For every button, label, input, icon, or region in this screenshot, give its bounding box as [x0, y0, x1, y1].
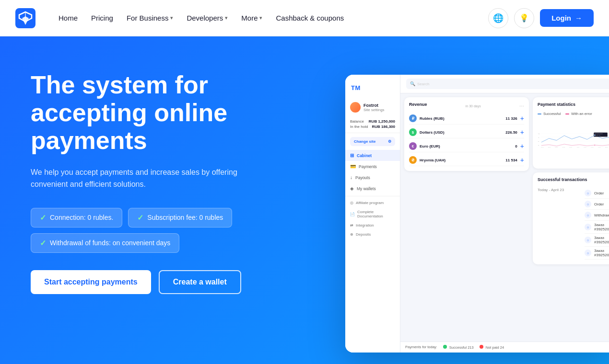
withdrawal-icon: ○	[585, 212, 591, 218]
svg-text:25: 25	[538, 145, 539, 146]
order-icon: ○	[585, 190, 591, 196]
revenue-card: Revenue in 30 days ⋯ ₽ Rubles (RUB)	[404, 97, 529, 171]
dashboard-right-panel: Payment statistics Successful With an er…	[533, 97, 609, 338]
check-icon: ✓	[40, 213, 46, 222]
dashboard-content: Revenue in 30 days ⋯ ₽ Rubles (RUB)	[400, 93, 609, 341]
wallet-row: € Euro (EUR) 0 +	[409, 140, 524, 152]
theme-toggle-button[interactable]: 💡	[514, 8, 534, 28]
svg-text:01:00: 01:00	[541, 147, 544, 148]
wallet-eur-icon: €	[409, 142, 417, 150]
sidebar-item-cabinet[interactable]: ⊞ Cabinet	[345, 150, 400, 161]
sidebar-logo: TM	[345, 80, 400, 99]
logo[interactable]	[15, 8, 35, 28]
transaction-row: ○ Заказ #3925209	[585, 247, 609, 260]
wallet-uah-info: Hryvnia (UAH)	[420, 158, 503, 162]
svg-text:17:00: 17:00	[598, 147, 601, 148]
revenue-title: Revenue	[409, 102, 427, 107]
nav-cashback[interactable]: Cashback & coupons	[270, 10, 350, 26]
chart-legend: Successful With an error	[538, 112, 609, 116]
svg-text:05:00: 05:00	[555, 147, 558, 148]
check-icon: ✓	[137, 213, 143, 222]
legend-dot	[565, 114, 569, 114]
dashboard-footer: Payments for today: Successful 213 Not p…	[400, 341, 609, 353]
sidebar-item-payouts[interactable]: ↓ Payouts	[345, 172, 400, 183]
start-accepting-button[interactable]: Start accepting payments	[31, 270, 151, 294]
svg-text:2020-06-28 18:00: 2020-06-28 18:00	[594, 133, 603, 134]
theme-icon: 💡	[519, 13, 529, 23]
order-icon: ○	[585, 237, 591, 243]
svg-text:07:00: 07:00	[562, 147, 565, 148]
nav-for-business[interactable]: For Business ▾	[121, 10, 179, 26]
chart-card: Payment statistics Successful With an er…	[533, 97, 609, 169]
globe-icon: 🌐	[493, 13, 504, 23]
nav-developers[interactable]: Developers ▾	[181, 10, 234, 26]
wallet-add-button[interactable]: +	[520, 128, 524, 136]
transaction-row: ○ Order	[585, 199, 609, 210]
transaction-row: ○ Order	[585, 188, 609, 199]
navbar-right: 🌐 💡 Login →	[488, 8, 594, 28]
sidebar-item-integration[interactable]: ⇄ Integration	[345, 221, 400, 230]
svg-text:18:00: 18:00	[605, 147, 608, 148]
sidebar-item-payments[interactable]: 💳 Payments	[345, 161, 400, 172]
dashboard-topbar: 🔍 Search	[400, 75, 609, 93]
search-icon: 🔍	[410, 81, 415, 86]
badge-withdrawal: ✓ Withdrawal of funds: on convenient day…	[31, 233, 179, 253]
order-icon: ○	[585, 250, 591, 256]
hero-title: The system for accepting online payments	[31, 71, 257, 155]
create-wallet-button[interactable]: Create a wallet	[159, 270, 241, 294]
transaction-row: ○ Заказ #3925209	[585, 234, 609, 247]
transaction-row: ○ Заказ #3925209	[585, 221, 609, 234]
revenue-more-icon[interactable]: ⋯	[519, 103, 524, 109]
nav-more[interactable]: More ▾	[235, 10, 268, 26]
transaction-row: ○ Withdrawals	[585, 210, 609, 221]
tx-title: Successful transactions	[538, 177, 587, 182]
svg-point-13	[594, 145, 595, 146]
order-icon: ○	[585, 201, 591, 207]
cta-buttons: Start accepting payments Create a wallet	[31, 270, 257, 294]
svg-text:09:00: 09:00	[569, 147, 572, 148]
settings-icon: ⚙	[388, 139, 391, 144]
legend-dot	[538, 114, 541, 114]
nav-pricing[interactable]: Pricing	[85, 10, 119, 26]
wallet-add-button[interactable]: +	[520, 156, 524, 164]
badge-subscription: ✓ Subscription fee: 0 rubles	[128, 208, 232, 228]
legend-error: With an error	[565, 112, 592, 116]
wallet-rub-icon: ₽	[409, 114, 417, 122]
dashboard-main: 🔍 Search Revenue in 30 days ⋯	[400, 75, 609, 353]
sidebar-item-wallets[interactable]: ◈ My wallets	[345, 183, 400, 194]
sidebar-item-deposits[interactable]: ⊕ Deposits	[345, 230, 400, 239]
nav-home[interactable]: Home	[53, 10, 83, 26]
svg-text:75: 75	[538, 137, 539, 138]
sidebar-item-affiliate[interactable]: ◎ Affiliate program	[345, 198, 400, 207]
wallet-add-button[interactable]: +	[520, 142, 524, 150]
site-name: Foxtrot	[363, 103, 385, 108]
navbar-links: Home Pricing For Business ▾ Developers ▾…	[53, 10, 488, 26]
wallets-list: ₽ Rubles (RUB) 11 326 + $	[409, 113, 524, 166]
svg-text:15:00: 15:00	[591, 147, 594, 148]
dashboard-card: TM Foxtrot Site settings Balance RUB 1,2…	[345, 75, 609, 353]
wallets-icon: ◈	[350, 186, 354, 191]
feature-badges: ✓ Connection: 0 rubles. ✓ Subscription f…	[31, 208, 257, 253]
wallet-usd-icon: $	[409, 128, 417, 136]
search-bar[interactable]: 🔍 Search	[406, 79, 609, 89]
site-avatar	[350, 102, 361, 113]
deposits-icon: ⊕	[350, 232, 353, 237]
navbar: Home Pricing For Business ▾ Developers ▾…	[0, 0, 609, 36]
legend-successful: Successful	[538, 112, 561, 116]
language-button[interactable]: 🌐	[488, 8, 508, 28]
successful-dot	[443, 345, 447, 349]
wallet-row: ₽ Rubles (RUB) 11 326 +	[409, 113, 524, 125]
chart-title: Payment statistics	[538, 102, 575, 107]
check-icon: ✓	[40, 239, 46, 248]
tx-list: ○ Order ○ Order ○ Withdr	[585, 188, 609, 260]
change-site-button[interactable]: Change site ⚙	[350, 137, 395, 146]
sidebar-item-docs[interactable]: 📄 Complete Documentation	[345, 207, 400, 221]
docs-icon: 📄	[350, 212, 355, 216]
wallet-add-button[interactable]: +	[520, 114, 524, 122]
svg-point-12	[594, 135, 595, 136]
login-button[interactable]: Login →	[540, 9, 594, 27]
payment-chart: 100 75 50 25	[538, 119, 609, 162]
order-icon: ○	[585, 224, 591, 230]
svg-text:50: 50	[538, 141, 539, 142]
affiliate-icon: ◎	[350, 201, 353, 205]
